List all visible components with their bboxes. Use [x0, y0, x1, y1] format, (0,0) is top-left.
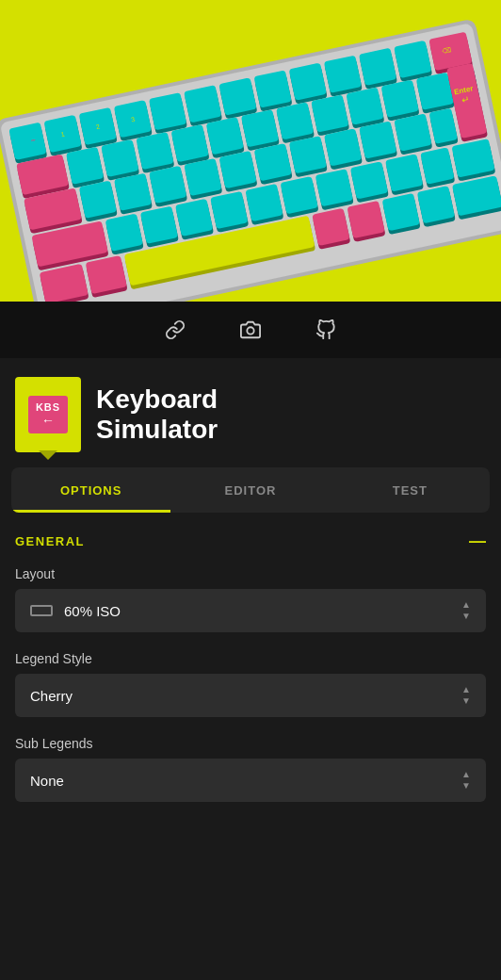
camera-icon-button[interactable] — [235, 315, 266, 345]
logo-badge: KBS ← — [28, 396, 68, 433]
keyboard-svg: Enter ↵ — [0, 0, 501, 302]
svg-rect-53 — [416, 73, 454, 110]
svg-rect-116 — [347, 201, 384, 238]
svg-rect-69 — [114, 173, 152, 211]
svg-rect-50 — [311, 94, 348, 132]
sub-legends-label: Sub Legends — [15, 736, 486, 751]
svg-rect-97 — [140, 206, 178, 244]
logo-kbs-text: KBS — [36, 401, 60, 413]
svg-rect-23 — [253, 70, 291, 107]
svg-rect-51 — [346, 87, 383, 124]
svg-rect-75 — [324, 128, 362, 166]
keyboard-small-icon — [30, 605, 53, 616]
svg-rect-48 — [241, 109, 279, 147]
svg-rect-52 — [381, 80, 419, 118]
svg-rect-100 — [245, 184, 283, 221]
layout-value: 60% ISO — [64, 603, 121, 619]
chevron-up-icon: ▲ — [461, 685, 471, 694]
chevron-down-icon: ▼ — [461, 696, 471, 706]
svg-rect-99 — [210, 191, 248, 229]
tab-options[interactable]: OPTIONS — [11, 467, 170, 513]
svg-rect-16 — [8, 122, 46, 160]
tabs-container: OPTIONS EDITOR TEST — [11, 467, 490, 513]
sub-legends-select-inner: None — [30, 773, 64, 789]
layout-label: Layout — [15, 566, 486, 581]
svg-rect-101 — [280, 176, 317, 214]
chevron-up-icon: ▲ — [461, 770, 471, 779]
svg-rect-118 — [382, 193, 420, 231]
svg-rect-77 — [394, 113, 431, 151]
sub-legends-value: None — [30, 773, 64, 789]
svg-rect-24 — [289, 62, 327, 100]
svg-rect-45 — [136, 132, 173, 170]
svg-rect-104 — [385, 154, 423, 191]
app-title-text: Keyboard Simulator — [96, 384, 218, 445]
svg-rect-25 — [324, 56, 362, 93]
hero-section: Enter ↵ — [0, 0, 501, 302]
svg-rect-103 — [350, 161, 388, 199]
toolbar — [0, 302, 501, 358]
svg-rect-71 — [184, 158, 221, 196]
svg-rect-43 — [66, 147, 104, 185]
svg-rect-120 — [417, 186, 455, 223]
sub-legends-field-group: Sub Legends None ▲ ▼ — [15, 736, 486, 802]
svg-rect-74 — [289, 136, 327, 173]
app-title: Keyboard Simulator — [96, 384, 218, 445]
chevron-up-icon: ▲ — [461, 600, 471, 610]
app-logo: KBS ← — [15, 377, 81, 452]
svg-rect-68 — [79, 181, 117, 219]
layout-field-group: Layout 60% ISO ▲ ▼ — [15, 566, 486, 632]
app-info-section: KBS ← Keyboard Simulator — [0, 358, 501, 467]
legend-style-label: Legend Style — [15, 651, 486, 666]
options-panel: GENERAL — Layout 60% ISO ▲ ▼ Legend Styl… — [0, 513, 501, 840]
link-icon-button[interactable] — [160, 315, 190, 345]
svg-rect-46 — [170, 124, 208, 162]
legend-style-arrows: ▲ ▼ — [461, 685, 471, 706]
layout-arrows: ▲ ▼ — [461, 600, 471, 621]
svg-rect-114 — [312, 208, 349, 246]
sub-legends-arrows: ▲ ▼ — [461, 770, 471, 791]
tab-test[interactable]: TEST — [331, 467, 490, 513]
svg-rect-49 — [276, 102, 314, 139]
general-section-header: GENERAL — — [15, 531, 486, 551]
github-icon-button[interactable] — [311, 315, 341, 345]
svg-rect-70 — [149, 166, 186, 204]
svg-rect-26 — [359, 48, 396, 86]
section-collapse-toggle[interactable]: — — [469, 531, 486, 551]
svg-rect-21 — [184, 85, 221, 122]
svg-rect-22 — [218, 77, 256, 115]
layout-select[interactable]: 60% ISO ▲ ▼ — [15, 589, 486, 632]
svg-rect-96 — [105, 213, 143, 251]
sub-legends-select[interactable]: None ▲ ▼ — [15, 759, 486, 802]
legend-style-field-group: Legend Style Cherry ▲ ▼ — [15, 651, 486, 717]
chevron-down-icon: ▼ — [461, 612, 471, 621]
svg-rect-76 — [359, 121, 396, 158]
svg-point-129 — [247, 327, 253, 334]
chevron-down-icon: ▼ — [461, 781, 471, 791]
legend-style-value: Cherry — [30, 688, 73, 704]
keyboard-visual: Enter ↵ — [0, 0, 501, 302]
svg-rect-44 — [101, 139, 138, 177]
svg-rect-102 — [315, 169, 353, 206]
svg-rect-47 — [206, 117, 244, 155]
tab-editor[interactable]: EDITOR — [170, 467, 330, 513]
svg-rect-73 — [254, 143, 292, 181]
section-title: GENERAL — [15, 534, 85, 548]
legend-style-select[interactable]: Cherry ▲ ▼ — [15, 674, 486, 717]
logo-arrow-text: ← — [36, 413, 60, 428]
svg-rect-98 — [175, 199, 213, 237]
layout-select-inner: 60% ISO — [30, 603, 121, 619]
svg-rect-27 — [394, 41, 431, 78]
svg-rect-72 — [218, 151, 256, 188]
legend-style-select-inner: Cherry — [30, 688, 73, 704]
svg-rect-20 — [149, 92, 186, 130]
